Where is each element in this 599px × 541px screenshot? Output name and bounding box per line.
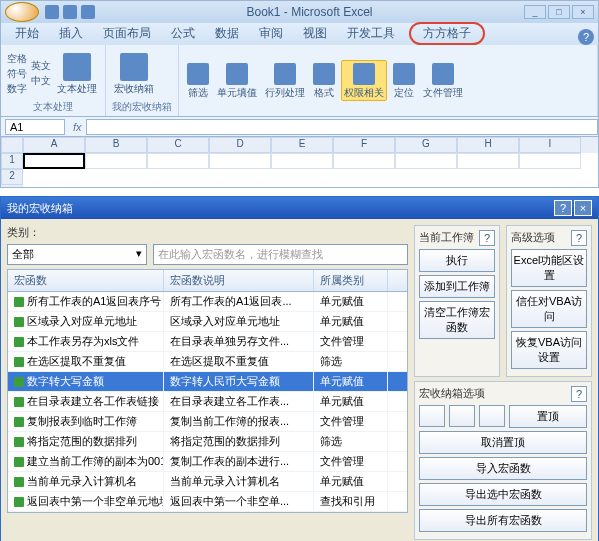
ribbon-macro-storage[interactable]: 宏收纳箱 <box>112 51 156 96</box>
col-header-A[interactable]: A <box>23 137 85 153</box>
col-desc[interactable]: 宏函数说明 <box>164 270 314 291</box>
col-cat[interactable]: 所属类别 <box>314 270 388 291</box>
tab-view[interactable]: 视图 <box>293 22 337 45</box>
add-to-workbook-button[interactable]: 添加到工作簿 <box>419 275 495 298</box>
table-row[interactable]: 在目录表建立各工作表链接在目录表建立各工作表...单元赋值 <box>8 392 407 412</box>
restore-vba-button[interactable]: 恢复VBA访问设置 <box>511 331 587 369</box>
macro-box-dialog: 我的宏收纳箱 ? × 类别： 全部 ▾ 在此输入宏函数名，进行模糊查找 宏函数 … <box>0 196 599 541</box>
dialog-help-button[interactable]: ? <box>554 200 572 216</box>
search-input[interactable]: 在此输入宏函数名，进行模糊查找 <box>153 244 408 265</box>
tab-review[interactable]: 审阅 <box>249 22 293 45</box>
col-header-G[interactable]: G <box>395 137 457 153</box>
function-icon <box>14 417 24 427</box>
minimize-button[interactable]: _ <box>524 5 546 19</box>
ribbon-item-english[interactable]: 英文 <box>31 59 51 73</box>
tab-data[interactable]: 数据 <box>205 22 249 45</box>
ribbon-format[interactable]: 格式 <box>311 61 337 100</box>
cell-E1[interactable] <box>271 153 333 169</box>
ribbon-locate[interactable]: 定位 <box>391 61 417 100</box>
name-box[interactable] <box>5 119 65 135</box>
office-button[interactable] <box>5 2 39 22</box>
row-header-1[interactable]: 1 <box>1 153 23 169</box>
cell-C1[interactable] <box>147 153 209 169</box>
tab-insert[interactable]: 插入 <box>49 22 93 45</box>
edit-icon-button[interactable] <box>479 405 505 427</box>
help-icon[interactable]: ? <box>571 386 587 402</box>
export-selected-button[interactable]: 导出选中宏函数 <box>419 483 587 506</box>
table-row[interactable]: 区域录入对应单元地址区域录入对应单元地址单元赋值 <box>8 312 407 332</box>
maximize-button[interactable]: □ <box>548 5 570 19</box>
cell-D1[interactable] <box>209 153 271 169</box>
clear-workbook-macros-button[interactable]: 清空工作簿宏函数 <box>419 301 495 339</box>
table-row[interactable]: 数字转大写金额数字转人民币大写金额单元赋值 <box>8 372 407 392</box>
ribbon-permission[interactable]: 权限相关 <box>341 60 387 101</box>
ribbon-rowcol[interactable]: 行列处理 <box>263 61 307 100</box>
help-icon[interactable]: ? <box>578 29 594 45</box>
cell-A1[interactable] <box>23 153 85 169</box>
col-header-E[interactable]: E <box>271 137 333 153</box>
tab-layout[interactable]: 页面布局 <box>93 22 161 45</box>
delete-icon-button[interactable] <box>449 405 475 427</box>
category-label: 类别： <box>7 225 40 240</box>
panel-macrobox-options: 宏收纳箱选项? 置顶 取消置顶 导入宏函数 导出选中宏函数 导出所有宏函数 <box>414 381 592 540</box>
cell-F1[interactable] <box>333 153 395 169</box>
help-icon[interactable]: ? <box>571 230 587 246</box>
ribbon-item-chinese[interactable]: 中文 <box>31 74 51 88</box>
table-row[interactable]: 当前单元录入计算机名当前单元录入计算机名单元赋值 <box>8 472 407 492</box>
table-row[interactable]: 将指定范围的数据排列将指定范围的数据排列筛选 <box>8 432 407 452</box>
col-header-I[interactable]: I <box>519 137 581 153</box>
function-icon <box>14 297 24 307</box>
trust-vba-button[interactable]: 信任对VBA访问 <box>511 290 587 328</box>
col-header-H[interactable]: H <box>457 137 519 153</box>
col-header-B[interactable]: B <box>85 137 147 153</box>
add-icon-button[interactable] <box>419 405 445 427</box>
formula-bar[interactable] <box>86 119 598 135</box>
col-header-F[interactable]: F <box>333 137 395 153</box>
select-all[interactable] <box>1 137 23 153</box>
dialog-close-button[interactable]: × <box>574 200 592 216</box>
ribbon-cellfill[interactable]: 单元填值 <box>215 61 259 100</box>
import-macro-button[interactable]: 导入宏函数 <box>419 457 587 480</box>
tab-developer[interactable]: 开发工具 <box>337 22 405 45</box>
ribbon: 空格 符号 数字 英文 中文 文本处理 文本处理 宏收纳箱 <box>1 45 598 117</box>
help-icon[interactable]: ? <box>479 230 495 246</box>
close-button[interactable]: × <box>572 5 594 19</box>
tab-home[interactable]: 开始 <box>5 22 49 45</box>
ribbon-item-symbol[interactable]: 符号 <box>7 67 27 81</box>
table-row[interactable]: 所有工作表的A1返回表序号所有工作表的A1返回表...单元赋值 <box>8 292 407 312</box>
table-row[interactable]: 返回表中第一个非空单元地址返回表中第一个非空单...查找和引用 <box>8 492 407 512</box>
table-row[interactable]: 在选区提取不重复值在选区提取不重复值筛选 <box>8 352 407 372</box>
col-header-C[interactable]: C <box>147 137 209 153</box>
execute-button[interactable]: 执行 <box>419 249 495 272</box>
table-row[interactable]: 建立当前工作簿的副本为001表复制工作表的副本进行...文件管理 <box>8 452 407 472</box>
table-row[interactable]: 本工作表另存为xls文件在目录表单独另存文件...文件管理 <box>8 332 407 352</box>
cell-H1[interactable] <box>457 153 519 169</box>
excel-window: Book1 - Microsoft Excel _ □ × 开始 插入 页面布局… <box>0 0 599 188</box>
save-icon[interactable] <box>45 5 59 19</box>
ribbon-filter[interactable]: 筛选 <box>185 61 211 100</box>
cell-B1[interactable] <box>85 153 147 169</box>
col-name[interactable]: 宏函数 <box>8 270 164 291</box>
ribbon-text-processing[interactable]: 文本处理 <box>55 51 99 96</box>
unpin-button[interactable]: 取消置顶 <box>419 431 587 454</box>
ribbon-group-text: 空格 符号 数字 英文 中文 文本处理 文本处理 <box>1 45 106 116</box>
table-row[interactable]: 复制报表到临时工作簿复制当前工作簿的报表...文件管理 <box>8 412 407 432</box>
tab-fangfanggezi[interactable]: 方方格子 <box>409 22 485 45</box>
cell-G1[interactable] <box>395 153 457 169</box>
row-header-2[interactable]: 2 <box>1 169 23 185</box>
ribbon-item-space[interactable]: 空格 <box>7 52 27 66</box>
excel-ribbon-settings-button[interactable]: Excel功能区设置 <box>511 249 587 287</box>
export-all-button[interactable]: 导出所有宏函数 <box>419 509 587 532</box>
ribbon-filemgmt[interactable]: 文件管理 <box>421 61 465 100</box>
pin-top-button[interactable]: 置顶 <box>509 405 587 428</box>
function-icon <box>14 477 24 487</box>
fx-icon[interactable]: fx <box>69 121 86 133</box>
undo-icon[interactable] <box>63 5 77 19</box>
tab-formulas[interactable]: 公式 <box>161 22 205 45</box>
cell-I1[interactable] <box>519 153 581 169</box>
dialog-titlebar[interactable]: 我的宏收纳箱 ? × <box>1 197 598 219</box>
ribbon-item-number[interactable]: 数字 <box>7 82 27 96</box>
redo-icon[interactable] <box>81 5 95 19</box>
col-header-D[interactable]: D <box>209 137 271 153</box>
category-combo[interactable]: 全部 ▾ <box>7 244 147 265</box>
